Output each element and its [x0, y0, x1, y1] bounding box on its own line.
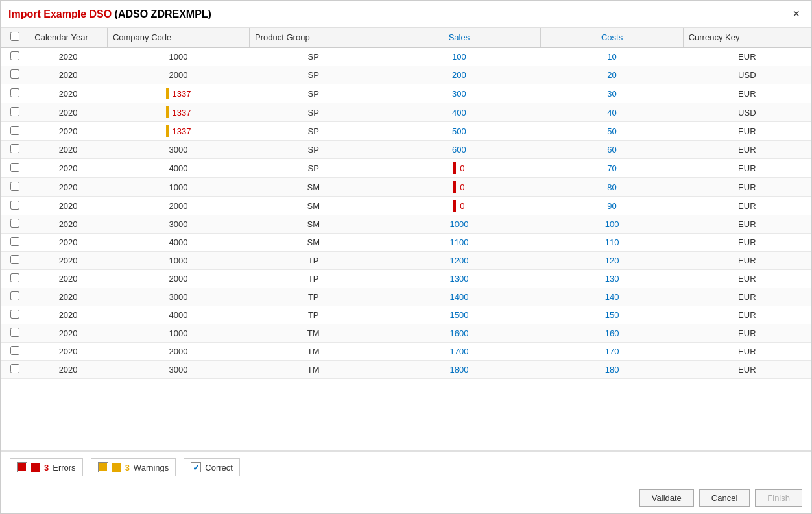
- row-checkbox[interactable]: [10, 346, 19, 355]
- row-checkbox-cell: [1, 234, 29, 252]
- row-checkbox-cell: [1, 84, 29, 103]
- table-row: 20203000SM1000100EUR: [1, 215, 811, 234]
- row-company: 4000: [107, 306, 249, 324]
- row-costs: 170: [541, 343, 683, 361]
- row-company: 3000: [107, 215, 249, 234]
- errors-color-box: [31, 463, 40, 472]
- row-costs: 150: [541, 306, 683, 324]
- row-currency: EUR: [683, 234, 811, 252]
- row-checkbox[interactable]: [10, 69, 19, 79]
- table-row: 20204000TP1500150EUR: [1, 306, 811, 324]
- row-product: SM: [250, 215, 377, 234]
- row-checkbox[interactable]: [10, 364, 19, 373]
- row-checkbox[interactable]: [10, 328, 19, 337]
- row-currency: EUR: [683, 141, 811, 159]
- row-checkbox-cell: [1, 197, 29, 215]
- row-costs: 40: [541, 103, 683, 122]
- row-checkbox-cell: [1, 103, 29, 122]
- close-button[interactable]: ×: [789, 6, 804, 22]
- row-checkbox[interactable]: [10, 237, 19, 246]
- row-checkbox[interactable]: [10, 291, 19, 300]
- table-row: 20202000TP1300130EUR: [1, 270, 811, 288]
- import-dialog: Import Example DSO (ADSO ZDREXMPL) × Cal…: [0, 0, 812, 514]
- row-checkbox[interactable]: [10, 144, 19, 153]
- row-checkbox[interactable]: [10, 88, 19, 97]
- row-checkbox[interactable]: [10, 255, 19, 264]
- finish-button[interactable]: Finish: [755, 489, 802, 507]
- row-product: SP: [250, 84, 377, 103]
- row-sales: 100: [377, 47, 541, 66]
- row-sales: 300: [377, 84, 541, 103]
- row-product: TP: [250, 270, 377, 288]
- header-currency-key: Currency Key: [683, 28, 811, 47]
- correct-filter-button[interactable]: ✓ Correct: [184, 458, 240, 476]
- row-company: 3000: [107, 288, 249, 306]
- table-row: 20202000TM1700170EUR: [1, 343, 811, 361]
- errors-filter-button[interactable]: 3 Errors: [10, 458, 83, 476]
- row-product: SP: [250, 66, 377, 84]
- filter-bar: 3 Errors 3 Warnings ✓ Correct: [1, 451, 811, 483]
- row-costs: 100: [541, 215, 683, 234]
- row-checkbox[interactable]: [10, 51, 19, 60]
- row-sales: 1100: [377, 234, 541, 252]
- row-checkbox[interactable]: [10, 201, 19, 210]
- warnings-count: 3: [125, 463, 130, 472]
- row-year: 2020: [29, 361, 108, 379]
- row-checkbox-cell: [1, 122, 29, 141]
- row-company: 2000: [107, 66, 249, 84]
- cancel-button[interactable]: Cancel: [699, 489, 750, 507]
- row-sales: 1800: [377, 361, 541, 379]
- row-checkbox-cell: [1, 288, 29, 306]
- row-costs: 30: [541, 84, 683, 103]
- errors-checked-icon: [18, 463, 26, 471]
- row-checkbox-cell: [1, 306, 29, 324]
- row-product: TM: [250, 343, 377, 361]
- row-sales: 0: [377, 197, 541, 215]
- row-sales: 500: [377, 122, 541, 141]
- row-checkbox[interactable]: [10, 107, 19, 116]
- header-calendar-year: Calendar Year: [29, 28, 108, 47]
- table-row: 20201000SP10010EUR: [1, 47, 811, 66]
- row-sales: 1700: [377, 343, 541, 361]
- row-sales: 600: [377, 141, 541, 159]
- select-all-checkbox[interactable]: [10, 32, 19, 41]
- row-currency: EUR: [683, 361, 811, 379]
- row-checkbox[interactable]: [10, 182, 19, 191]
- row-product: TP: [250, 252, 377, 270]
- table-row: 20201337SP50050EUR: [1, 122, 811, 141]
- correct-checkmark: ✓: [193, 463, 200, 472]
- row-currency: EUR: [683, 324, 811, 343]
- table-row: 20202000SM090EUR: [1, 197, 811, 215]
- validate-button[interactable]: Validate: [639, 489, 694, 507]
- row-checkbox[interactable]: [10, 126, 19, 135]
- row-currency: EUR: [683, 252, 811, 270]
- row-costs: 10: [541, 47, 683, 66]
- row-checkbox[interactable]: [10, 163, 19, 172]
- row-costs: 110: [541, 234, 683, 252]
- row-currency: USD: [683, 103, 811, 122]
- row-checkbox[interactable]: [10, 273, 19, 282]
- errors-count: 3: [44, 463, 49, 472]
- row-sales: 1300: [377, 270, 541, 288]
- row-year: 2020: [29, 122, 108, 141]
- row-costs: 140: [541, 288, 683, 306]
- error-indicator-icon: [453, 200, 456, 212]
- error-indicator-icon: [453, 181, 456, 193]
- row-year: 2020: [29, 234, 108, 252]
- row-company: 2000: [107, 197, 249, 215]
- row-costs: 130: [541, 270, 683, 288]
- warnings-filter-button[interactable]: 3 Warnings: [91, 458, 176, 476]
- warning-indicator-icon: [166, 88, 169, 99]
- row-product: SM: [250, 178, 377, 197]
- correct-checkbox-icon: ✓: [191, 462, 201, 472]
- row-year: 2020: [29, 343, 108, 361]
- row-checkbox[interactable]: [10, 219, 19, 228]
- row-currency: EUR: [683, 288, 811, 306]
- row-costs: 20: [541, 66, 683, 84]
- row-checkbox[interactable]: [10, 310, 19, 319]
- row-sales: 0: [377, 159, 541, 178]
- row-costs: 160: [541, 324, 683, 343]
- header-sales: Sales: [377, 28, 541, 47]
- warning-indicator-icon: [166, 125, 169, 137]
- row-currency: USD: [683, 66, 811, 84]
